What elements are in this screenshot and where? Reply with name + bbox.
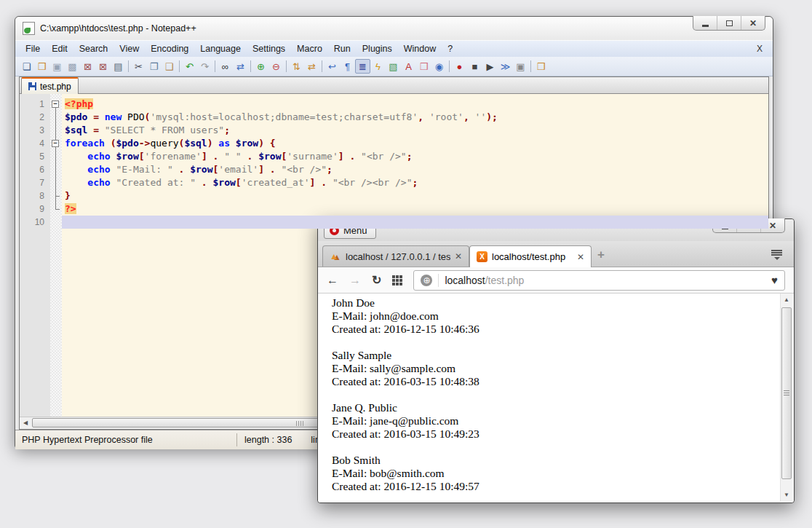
close-icon: ✕	[769, 221, 776, 231]
token-op: [	[139, 151, 145, 162]
token-plain	[173, 164, 179, 175]
menu-item-view[interactable]: View	[114, 42, 145, 55]
scroll-left-arrow-icon[interactable]: ◀	[20, 417, 31, 428]
toolbar-separator	[215, 60, 215, 72]
menu-item-macro[interactable]: Macro	[291, 42, 328, 55]
redo-icon[interactable]: ↷	[197, 59, 212, 74]
close-document-x[interactable]: X	[757, 44, 768, 54]
folder-icon[interactable]: ❒	[416, 59, 431, 74]
token-var: $row	[116, 151, 138, 162]
fold-line-end	[56, 209, 60, 210]
token-op: }	[65, 190, 71, 201]
menu-item-language[interactable]: Language	[194, 42, 247, 55]
toolbar-separator	[449, 60, 450, 72]
bookmark-heart-icon[interactable]: ♥	[771, 274, 778, 286]
indent-guide-icon[interactable]: ≣	[355, 59, 370, 74]
restore-button[interactable]	[717, 16, 741, 30]
recent-closed-file-icon[interactable]: ❒	[533, 59, 549, 74]
zoom-in-icon[interactable]: ⊕	[253, 59, 268, 74]
record-email: E-Mail: jane-q@public.com	[332, 414, 794, 427]
record-email: E-Mail: bob@smith.com	[332, 467, 794, 480]
zoom-out-icon-glyph: ⊖	[272, 61, 280, 72]
find-icon[interactable]: ∞	[218, 59, 233, 74]
replace-icon[interactable]: ⇄	[233, 59, 248, 74]
url-input[interactable]: ⊕ localhost/test.php ♥	[413, 270, 785, 291]
menu-item-file[interactable]: File	[20, 42, 46, 55]
token-str: 'created_at'	[242, 177, 310, 188]
menu-item-settings[interactable]: Settings	[247, 42, 291, 55]
new-file-icon[interactable]: ❏	[19, 59, 34, 74]
play-macro-icon[interactable]: ▶	[482, 59, 498, 74]
notepadpp-titlebar[interactable]: C:\xampp\htdocs\test.php - Notepad++ ✕	[15, 17, 773, 40]
open-file-icon[interactable]: ❒	[34, 59, 49, 74]
new-file-icon-glyph: ❏	[23, 61, 31, 72]
pdf-doc-icon[interactable]: A	[401, 59, 416, 74]
code-line-7: 7 echo "Created at: " . $row['created_at…	[20, 176, 768, 189]
save-icon[interactable]: ▣	[49, 59, 65, 74]
vertical-scrollbar[interactable]: ▲ ▼	[780, 293, 793, 502]
tab-menu-icon[interactable]	[771, 249, 782, 260]
fold-line	[55, 111, 56, 124]
fold-collapse-icon[interactable]: −	[52, 140, 59, 147]
minimize-button[interactable]	[693, 16, 717, 30]
paste-icon[interactable]: ❑	[162, 59, 177, 74]
scroll-down-arrow-icon[interactable]: ▼	[781, 489, 792, 501]
fold-collapse-icon[interactable]: −	[52, 101, 59, 108]
menu-item-help[interactable]: ?	[442, 42, 458, 55]
tab-close-icon[interactable]: ✕	[577, 252, 584, 262]
tab-localhost-test-php[interactable]: X localhost/test.php ✕	[469, 245, 592, 267]
token-kw: echo	[87, 177, 110, 188]
globe-icon[interactable]: ⊕	[421, 275, 432, 286]
menu-item-plugins[interactable]: Plugins	[357, 42, 398, 55]
page-content: John DoeE-Mail: john@doe.comCreated at: …	[318, 293, 794, 503]
show-all-characters-icon[interactable]: ¶	[340, 59, 355, 74]
eye-icon[interactable]: ◉	[431, 59, 447, 74]
close-all-docs-icon[interactable]: ⊠	[95, 59, 111, 74]
scroll-up-arrow-icon[interactable]: ▲	[781, 294, 792, 306]
token-op: )	[486, 111, 492, 122]
fold-margin[interactable]: −	[50, 137, 62, 150]
reload-button[interactable]: ↻	[372, 273, 381, 287]
vertical-scrollbar-thumb[interactable]	[781, 307, 792, 479]
line-number: 6	[20, 163, 50, 176]
undo-icon[interactable]: ↶	[182, 59, 197, 74]
word-wrap-icon[interactable]: ↩	[325, 59, 340, 74]
close-button[interactable]: ✕	[741, 16, 765, 30]
close-doc-icon[interactable]: ⊠	[80, 59, 95, 74]
menu-item-encoding[interactable]: Encoding	[145, 42, 194, 55]
speed-dial-icon[interactable]	[392, 275, 402, 285]
sync-horizontal-scroll-icon[interactable]: ⇄	[304, 59, 319, 74]
function-list-icon[interactable]: ϟ	[370, 59, 386, 74]
print-icon[interactable]: ▤	[111, 59, 126, 74]
menu-item-window[interactable]: Window	[398, 42, 442, 55]
token-plain	[207, 151, 213, 162]
copy-icon[interactable]: ❐	[146, 59, 162, 74]
record-created: Created at: 2016-03-15 10:49:23	[332, 427, 794, 441]
back-button[interactable]: ←	[327, 274, 338, 287]
save-all-icon[interactable]: ▩	[65, 59, 80, 74]
new-tab-button[interactable]: +	[597, 248, 605, 262]
fold-line-end	[56, 196, 60, 197]
recent-closed-file-icon-glyph: ❒	[537, 61, 546, 72]
stop-macro-icon[interactable]: ■	[467, 59, 482, 74]
forward-button[interactable]: →	[349, 274, 361, 287]
fold-margin	[50, 150, 62, 163]
document-map-icon[interactable]: ▧	[386, 59, 401, 74]
token-plain	[252, 151, 258, 162]
save-macro-icon[interactable]: ▣	[513, 59, 528, 74]
tab-close-icon[interactable]: ✕	[455, 251, 462, 261]
menu-item-run[interactable]: Run	[328, 42, 357, 55]
token-op: ]	[202, 151, 207, 162]
cut-icon[interactable]: ✂	[131, 59, 146, 74]
menu-item-search[interactable]: Search	[73, 42, 114, 55]
run-macro-multiple-icon[interactable]: ≫	[498, 59, 513, 74]
tab-test-php[interactable]: test.php	[21, 77, 79, 94]
fold-margin[interactable]: −	[50, 98, 62, 111]
record-macro-icon[interactable]: ●	[452, 59, 467, 74]
token-var: $row	[258, 151, 281, 162]
tab-phpmyadmin[interactable]: ▲ localhost / 127.0.0.1 / test ✕	[322, 245, 469, 267]
menu-item-edit[interactable]: Edit	[46, 42, 73, 55]
fold-margin	[50, 189, 62, 202]
zoom-out-icon[interactable]: ⊖	[268, 59, 284, 74]
sync-vertical-scroll-icon[interactable]: ⇅	[289, 59, 304, 74]
